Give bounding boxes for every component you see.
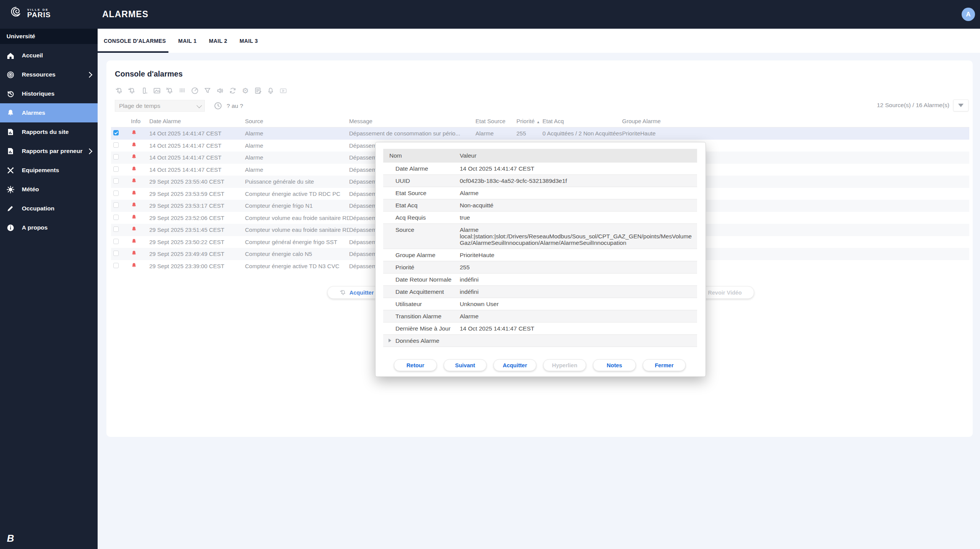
- summary-dropdown-button[interactable]: [953, 99, 969, 111]
- tab-mail-1[interactable]: MAIL 1: [178, 38, 197, 44]
- cell-source: Compteur général énergie frigo SST: [245, 239, 349, 245]
- sidebar-item-accueil[interactable]: Accueil: [0, 46, 98, 65]
- unacknowledge-icon[interactable]: [165, 86, 174, 95]
- sidebar-item-occupation[interactable]: Occupation: [0, 199, 98, 218]
- sidebar-item-alarmes[interactable]: Alarmes: [0, 103, 98, 122]
- sidebar-item-a-propos[interactable]: A propos: [0, 218, 98, 237]
- acknowledge-all-icon[interactable]: [127, 86, 136, 95]
- cell-source: Compteur énergie active TD RDC PC: [245, 191, 349, 197]
- detail-row: Groupe AlarmePrioriteHaute: [383, 249, 697, 261]
- detail-value: Unknown User: [460, 301, 697, 307]
- detail-row: Etat AcqNon-acquitté: [383, 199, 697, 212]
- alarm-bell-icon: [122, 238, 149, 246]
- chevron-right-icon: [87, 148, 93, 154]
- sound-icon[interactable]: [216, 86, 224, 95]
- detail-table: Nom Valeur Date Alarme14 Oct 2025 14:41:…: [383, 149, 697, 347]
- image-icon[interactable]: [153, 86, 161, 95]
- report-icon: [6, 147, 15, 155]
- grid-icon[interactable]: [178, 86, 186, 95]
- cell-source: Puissance générale du site: [245, 178, 349, 185]
- exit-door-icon[interactable]: [140, 86, 149, 95]
- video-icon[interactable]: [279, 86, 287, 95]
- settings-icon[interactable]: ⚙: [241, 86, 250, 95]
- header-date-alarme[interactable]: Date Alarme: [149, 118, 245, 124]
- row-checkbox[interactable]: [113, 166, 119, 172]
- sidebar-item-meteo[interactable]: Météo: [0, 180, 98, 199]
- row-checkbox[interactable]: [113, 191, 119, 196]
- row-checkbox[interactable]: [113, 142, 119, 148]
- header-info[interactable]: Info: [122, 118, 149, 124]
- cell-source: Compteur volume eau froide sanitaire RDC: [245, 226, 349, 233]
- cell-priorite: 255: [516, 130, 542, 137]
- sidebar-item-ressources[interactable]: Ressources: [0, 65, 98, 84]
- cell-source: Compteur volume eau froide sanitaire RDC: [245, 215, 349, 221]
- alarm-bell-icon: [122, 130, 149, 137]
- clock-icon[interactable]: [214, 102, 222, 110]
- suivant-button[interactable]: Suivant: [444, 359, 487, 371]
- alarm-bell-icon: [122, 226, 149, 233]
- row-checkbox[interactable]: [113, 202, 119, 208]
- detail-value: Alarme local:|station:|slot:/Drivers/Res…: [460, 226, 697, 246]
- tab-mail-3[interactable]: MAIL 3: [240, 38, 258, 44]
- header-message[interactable]: Message: [349, 118, 475, 124]
- row-checkbox[interactable]: [113, 178, 119, 184]
- detail-name: Date Acquittement: [383, 288, 460, 295]
- cell-date-alarme: 14 Oct 2025 14:41:47 CEST: [149, 166, 245, 173]
- time-range-placeholder: Plage de temps: [119, 103, 160, 109]
- bell-icon[interactable]: [266, 86, 275, 95]
- header-source[interactable]: Source: [245, 118, 349, 124]
- footer-logo: B: [7, 533, 13, 544]
- header-etat-acq[interactable]: Etat Acq: [542, 118, 622, 124]
- notes-button[interactable]: Notes: [593, 359, 636, 371]
- detail-row: UtilisateurUnknown User: [383, 298, 697, 310]
- filter-icon[interactable]: [203, 86, 212, 95]
- acknowledge-icon[interactable]: [115, 86, 123, 95]
- detail-value: 14 Oct 2025 14:41:47 CEST: [460, 165, 697, 172]
- expander-icon[interactable]: [389, 339, 391, 342]
- refresh-icon[interactable]: [229, 86, 237, 95]
- row-checkbox[interactable]: [113, 154, 119, 160]
- header-priorite[interactable]: Priorité▲: [516, 118, 542, 124]
- tab-console-alarmes[interactable]: CONSOLE D'ALARMES: [104, 38, 166, 44]
- bell-icon: [6, 109, 15, 117]
- row-checkbox[interactable]: [113, 251, 119, 256]
- revoir-video-label: Revoir Vidéo: [708, 290, 742, 296]
- hyperlien-button[interactable]: Hyperlien: [543, 359, 586, 371]
- detail-value: Non-acquitté: [460, 202, 697, 209]
- sidebar-item-equipements[interactable]: Equipements: [0, 161, 98, 180]
- alarm-bell-icon: [122, 154, 149, 161]
- sidebar-item-rapports-du-site[interactable]: Rapports du site: [0, 122, 98, 142]
- cell-message: Dépassement de consommation sur pério...: [349, 130, 475, 137]
- report-icon: [6, 128, 15, 136]
- detail-table-header: Nom Valeur: [383, 149, 697, 163]
- row-checkbox[interactable]: [113, 226, 119, 232]
- time-range-select[interactable]: Plage de temps: [115, 100, 205, 112]
- row-checkbox-cell: [111, 226, 122, 233]
- header-groupe-alarme[interactable]: Groupe Alarme: [622, 118, 969, 124]
- fermer-button[interactable]: Fermer: [643, 359, 686, 371]
- sidebar-item-historiques[interactable]: Historiques: [0, 84, 98, 103]
- row-checkbox-cell: [111, 215, 122, 221]
- sidebar-item-rapports-par-preneur[interactable]: Rapports par preneur: [0, 142, 98, 161]
- tab-mail-2[interactable]: MAIL 2: [209, 38, 227, 44]
- detail-value: PrioriteHaute: [460, 252, 697, 258]
- row-checkbox[interactable]: [113, 263, 119, 268]
- row-checkbox-cell: [111, 263, 122, 269]
- row-checkbox[interactable]: [113, 130, 119, 135]
- alarm-detail-modal: Nom Valeur Date Alarme14 Oct 2025 14:41:…: [375, 142, 706, 377]
- history-icon: [6, 90, 15, 98]
- user-avatar[interactable]: A: [962, 8, 975, 21]
- cell-etat-source: Alarme: [475, 130, 516, 137]
- notes-icon[interactable]: [254, 86, 262, 95]
- header-etat-source[interactable]: Etat Source: [475, 118, 516, 124]
- cell-source: Compteur énergie active TD N3 CVC: [245, 263, 349, 269]
- row-checkbox[interactable]: [113, 239, 119, 244]
- gauge-icon[interactable]: [191, 86, 199, 95]
- retour-button[interactable]: Retour: [394, 359, 437, 371]
- sidebar-section-label: Université: [0, 29, 98, 44]
- detail-name: Date Alarme: [383, 165, 460, 172]
- acquitter-modal-button[interactable]: Acquitter: [493, 359, 536, 371]
- cell-source: Alarme: [245, 154, 349, 161]
- row-checkbox[interactable]: [113, 215, 119, 220]
- table-row[interactable]: 14 Oct 2025 14:41:47 CESTAlarmeDépasseme…: [111, 127, 969, 140]
